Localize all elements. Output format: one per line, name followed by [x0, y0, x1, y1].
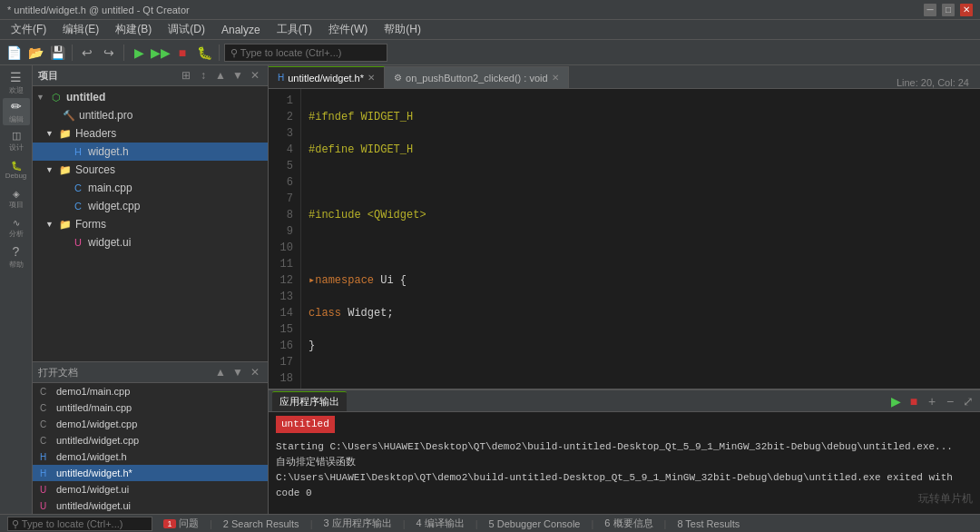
open-files-expand[interactable]: ▼ [230, 365, 245, 379]
status-sep: | [475, 518, 478, 529]
output-line-2: 自动排定错误函数 [276, 455, 973, 470]
status-debugger-console[interactable]: 5 Debugger Console [489, 518, 581, 529]
menu-controls[interactable]: 控件(W) [321, 20, 375, 39]
code-line-6: ▸ namespace Ui { [309, 272, 973, 289]
open-file-item[interactable]: C untitled/widget.cpp [33, 432, 268, 448]
open-files-close-all[interactable]: ▲ [213, 365, 228, 379]
sidebar-help[interactable]: ? 帮助 [3, 243, 30, 271]
open-file-item[interactable]: C demo1/main.cpp [33, 383, 268, 399]
tree-expand-btn[interactable]: ▼ [230, 68, 245, 83]
open-file-item-selected[interactable]: H untitled/widget.h* [33, 465, 268, 481]
sidebar-icons: ☰ 欢迎 ✏ 编辑 ◫ 设计 🐛 Debug ◈ 项目 ∿ 分析 ? 帮助 [0, 65, 33, 514]
save-button[interactable]: 💾 [47, 43, 67, 63]
maximize-button[interactable]: □ [942, 4, 955, 16]
open-file-item[interactable]: U untitled/widget.ui [33, 498, 268, 514]
status-bar: 1 问题 | 2 Search Results | 3 应用程序输出 | 4 编… [0, 514, 980, 532]
stop-button[interactable]: ■ [172, 43, 192, 63]
menu-debug[interactable]: 调试(D) [161, 20, 212, 39]
status-summary[interactable]: 6 概要信息 [604, 517, 652, 530]
tree-label: Headers [75, 127, 116, 140]
open-files-header: 打开文档 ▲ ▼ ✕ [33, 362, 268, 383]
status-search-input [7, 517, 152, 531]
tab-widget-h[interactable]: H untitled/widget.h* ✕ [269, 66, 385, 88]
sidebar-welcome[interactable]: ☰ 欢迎 [3, 69, 30, 96]
menu-help[interactable]: 帮助(H) [377, 20, 428, 39]
redo-button[interactable]: ↪ [99, 43, 119, 63]
open-file-item[interactable]: H demo1/widget.h [33, 448, 268, 465]
open-files-close[interactable]: ✕ [248, 365, 262, 379]
main-layout: ☰ 欢迎 ✏ 编辑 ◫ 设计 🐛 Debug ◈ 项目 ∿ 分析 ? 帮助 [0, 65, 980, 514]
tab-close-button[interactable]: ✕ [368, 73, 375, 83]
sidebar-design[interactable]: ◫ 设计 [3, 127, 30, 154]
tab-function[interactable]: ⚙ on_pushButton2_clicked() : void ✕ [385, 66, 569, 88]
tree-item-widget-h[interactable]: H widget.h [33, 143, 268, 161]
open-file-item[interactable]: C demo1/widget.cpp [33, 416, 268, 432]
status-sep: | [664, 518, 667, 529]
menu-edit[interactable]: 编辑(E) [55, 20, 106, 39]
undo-button[interactable]: ↩ [77, 43, 97, 63]
file-icon: H [40, 452, 53, 462]
menu-build[interactable]: 构建(B) [108, 20, 159, 39]
output-tab-bar: 应用程序输出 ▶ ■ + − ⤢ [269, 390, 980, 412]
output-close-btn[interactable]: − [942, 393, 958, 409]
tree-collapse-btn[interactable]: ▲ [213, 68, 228, 83]
status-app-output[interactable]: 3 应用程序输出 [323, 517, 391, 530]
code-editor[interactable]: 12345 678910 1112131415 1617181920 21222… [269, 89, 980, 389]
output-expand-btn[interactable]: ⤢ [960, 393, 976, 409]
file-icon: C [40, 419, 53, 429]
sidebar-analyze[interactable]: ∿ 分析 [3, 214, 30, 241]
tree-label: widget.cpp [88, 200, 140, 212]
menu-file[interactable]: 文件(F) [4, 20, 54, 39]
line-numbers: 12345 678910 1112131415 1617181920 21222… [269, 89, 301, 389]
status-sep: | [310, 518, 313, 529]
title-bar: * untitled/widget.h @ untitled - Qt Crea… [0, 0, 980, 20]
run-button[interactable]: ▶▶ [151, 43, 171, 63]
output-tab-app[interactable]: 应用程序输出 [272, 391, 347, 411]
status-search-results[interactable]: 2 Search Results [223, 518, 299, 529]
tree-item-widget-ui[interactable]: U widget.ui [33, 233, 268, 251]
menu-tools[interactable]: 工具(T) [270, 20, 319, 39]
close-button[interactable]: ✕ [960, 4, 973, 16]
tab-close-button[interactable]: ✕ [552, 73, 559, 83]
tree-item-widget-cpp[interactable]: C widget.cpp [33, 197, 268, 215]
tree-item-forms[interactable]: ▼ 📁 Forms [33, 215, 268, 233]
output-app-name: untitled [276, 416, 973, 437]
status-compile-output[interactable]: 4 编译输出 [416, 517, 465, 530]
status-sep: | [403, 518, 406, 529]
locate-input[interactable] [224, 44, 387, 62]
tree-filter-btn[interactable]: ⊞ [179, 68, 193, 83]
status-problems[interactable]: 1 问题 [163, 517, 199, 530]
tree-item-pro[interactable]: 🔨 untitled.pro [33, 106, 268, 124]
open-file-item[interactable]: C untitled/main.cpp [33, 399, 268, 416]
tree-item-untitled[interactable]: ▼ ⬡ untitled [33, 88, 268, 106]
output-run-btn[interactable]: ▶ [887, 393, 904, 409]
pro-icon: 🔨 [62, 108, 76, 123]
code-line-5 [309, 240, 973, 256]
open-file-item[interactable]: U demo1/widget.ui [33, 481, 268, 498]
tree-label: widget.h [88, 145, 129, 158]
menu-analyze[interactable]: Analyze [214, 22, 268, 38]
status-label: 4 编译输出 [416, 517, 465, 530]
new-button[interactable]: 📄 [4, 43, 24, 63]
tree-item-sources[interactable]: ▼ 📁 Sources [33, 161, 268, 179]
status-locate-input[interactable] [7, 517, 152, 531]
open-button[interactable]: 📂 [25, 43, 45, 63]
sidebar-edit[interactable]: ✏ 编辑 [3, 98, 30, 125]
tree-item-headers[interactable]: ▼ 📁 Headers [33, 124, 268, 143]
debug-button[interactable]: 🐛 [194, 43, 214, 63]
tree-close-btn[interactable]: ✕ [248, 68, 262, 83]
output-clear-btn[interactable]: + [924, 393, 940, 409]
tab-label: untitled/widget.h* [288, 73, 364, 84]
minimize-button[interactable]: ─ [924, 4, 936, 16]
code-content[interactable]: #ifndef WIDGET_H #define WIDGET_H #inclu… [301, 89, 980, 389]
tree-sync-btn[interactable]: ↕ [196, 68, 211, 83]
tree-label: untitled.pro [79, 109, 132, 122]
tab-info: Line: 20, Col: 24 [886, 77, 980, 88]
tree-item-main-cpp[interactable]: C main.cpp [33, 179, 268, 197]
file-icon: H [40, 468, 53, 478]
sidebar-project[interactable]: ◈ 项目 [3, 185, 30, 212]
output-stop-btn[interactable]: ■ [906, 393, 922, 409]
sidebar-debug[interactable]: 🐛 Debug [3, 156, 30, 183]
status-test-results[interactable]: 8 Test Results [677, 518, 740, 529]
build-button[interactable]: ▶ [129, 43, 149, 63]
